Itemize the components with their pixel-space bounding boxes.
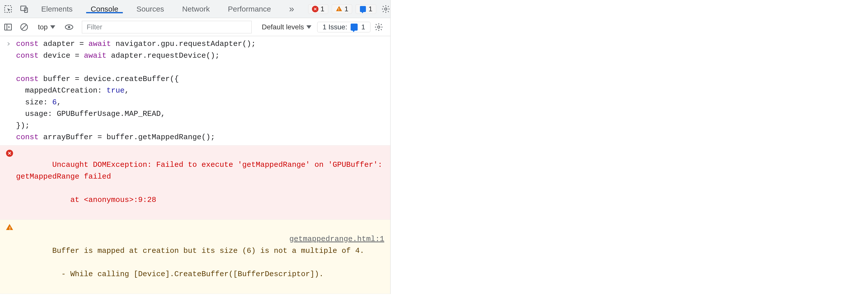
console-error-entry[interactable]: Uncaught DOMException: Failed to execute…: [0, 145, 390, 220]
warning-icon: [336, 6, 343, 12]
issues-label: 1 Issue:: [322, 23, 347, 31]
console-output: const adapter = await navigator.gpu.requ…: [0, 36, 390, 294]
filter-input[interactable]: Filter: [82, 21, 252, 33]
error-count: 1: [320, 5, 324, 13]
warning-count: 1: [345, 5, 349, 13]
panel-tabs: Elements Console Sources Network Perform…: [32, 0, 303, 18]
input-code: const adapter = await navigator.gpu.requ…: [16, 38, 384, 143]
svg-rect-7: [5, 24, 11, 30]
chevron-down-icon: [50, 25, 55, 29]
console-warning-entry[interactable]: getmappedrange.html:1 Buffer is mapped a…: [0, 220, 390, 294]
tab-label: Performance: [228, 5, 271, 13]
tab-network[interactable]: Network: [173, 5, 219, 13]
log-levels-select[interactable]: Default levels: [256, 23, 317, 31]
info-count-pill[interactable]: 1: [355, 4, 376, 14]
console-settings-icon[interactable]: [371, 18, 387, 36]
tab-label: Elements: [41, 5, 72, 13]
blank-area: [391, 0, 868, 294]
clear-console-icon[interactable]: [16, 18, 32, 36]
warning-message: Buffer is mapped at creation but its siz…: [52, 246, 364, 255]
tab-sources[interactable]: Sources: [127, 5, 173, 13]
console-input-entry[interactable]: const adapter = await navigator.gpu.requ…: [0, 36, 390, 145]
console-toolbar: top Filter Default levels 1 Issue: 1: [0, 18, 390, 36]
issues-count: 1: [361, 23, 365, 31]
tab-label: Network: [182, 5, 210, 13]
chevron-down-icon: [306, 25, 311, 29]
tab-label: Sources: [136, 5, 164, 13]
warning-icon: [6, 222, 16, 292]
error-stack: at <anonymous>:9:28: [52, 196, 156, 204]
error-icon: [312, 6, 318, 12]
info-icon: [360, 5, 366, 12]
svg-point-12: [68, 26, 70, 28]
tab-label: Console: [91, 5, 118, 13]
execution-context-select[interactable]: top: [32, 23, 61, 31]
tab-performance[interactable]: Performance: [219, 5, 280, 13]
svg-point-13: [378, 26, 380, 28]
filter-placeholder: Filter: [87, 23, 102, 31]
device-toolbar-icon[interactable]: [16, 0, 32, 18]
error-icon: [6, 147, 16, 217]
devtools-tabbar: Elements Console Sources Network Perform…: [0, 0, 390, 18]
warning-detail: - While calling [Device].CreateBuffer([B…: [52, 270, 323, 278]
inspect-element-icon[interactable]: [0, 0, 16, 18]
svg-line-10: [22, 25, 26, 29]
toggle-sidebar-icon[interactable]: [0, 18, 16, 36]
issues-button[interactable]: 1 Issue: 1: [317, 22, 370, 32]
error-count-pill[interactable]: 1: [308, 4, 328, 14]
svg-point-3: [384, 8, 387, 10]
info-count: 1: [368, 5, 372, 13]
live-expression-icon[interactable]: [61, 18, 77, 36]
settings-icon[interactable]: [381, 0, 390, 18]
warning-count-pill[interactable]: 1: [332, 4, 352, 14]
tabs-overflow[interactable]: »: [280, 4, 303, 14]
overflow-glyph: »: [289, 4, 294, 14]
levels-label: Default levels: [262, 23, 304, 31]
error-message: Uncaught DOMException: Failed to execute…: [16, 161, 387, 181]
tab-console[interactable]: Console: [82, 5, 127, 13]
issue-icon: [351, 24, 358, 31]
tab-elements[interactable]: Elements: [32, 5, 82, 13]
message-counters: 1 1 1: [303, 0, 381, 18]
warning-source-link[interactable]: getmappedrange.html:1: [289, 233, 384, 245]
context-label: top: [38, 23, 48, 31]
input-chevron-icon: [6, 38, 16, 143]
